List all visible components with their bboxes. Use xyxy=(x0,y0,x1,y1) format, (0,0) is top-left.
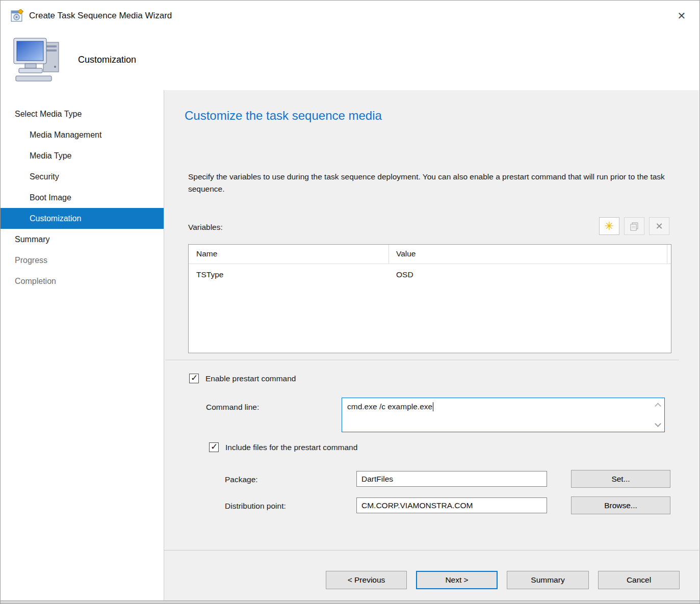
summary-button[interactable]: Summary xyxy=(507,571,589,589)
cancel-button[interactable]: Cancel xyxy=(598,571,680,589)
nav-progress: Progress xyxy=(1,250,164,271)
page-header-title: Customization xyxy=(78,55,136,65)
table-row[interactable]: TSType OSD xyxy=(189,264,671,281)
app-icon xyxy=(10,9,23,23)
variables-label: Variables: xyxy=(188,223,223,232)
properties-button[interactable] xyxy=(624,217,644,235)
nav-media-management[interactable]: Media Management xyxy=(1,124,164,145)
delete-icon: ✕ xyxy=(655,222,663,231)
new-variable-icon: ✳ xyxy=(605,221,614,232)
variables-table-header: Name Value xyxy=(189,245,671,264)
command-line-input[interactable]: cmd.exe /c example.exe xyxy=(342,398,665,432)
browse-button[interactable]: Browse... xyxy=(571,496,670,514)
package-label: Package: xyxy=(225,475,258,484)
nav-customization[interactable]: Customization xyxy=(1,208,164,229)
enable-prestart-label: Enable prestart command xyxy=(205,374,296,383)
window-bottom-edge xyxy=(1,600,699,603)
wizard-content: Customize the task sequence media Specif… xyxy=(164,90,699,600)
properties-icon xyxy=(630,222,639,231)
check-icon: ✓ xyxy=(191,373,198,383)
previous-button[interactable]: < Previous xyxy=(326,571,407,589)
nav-security[interactable]: Security xyxy=(1,166,164,187)
check-icon: ✓ xyxy=(211,441,218,452)
footer-divider xyxy=(164,550,699,550)
include-files-checkbox[interactable]: ✓ xyxy=(209,442,219,452)
next-button[interactable]: Next > xyxy=(416,571,498,589)
nav-summary[interactable]: Summary xyxy=(1,229,164,250)
variables-table: Name Value TSType OSD xyxy=(188,244,671,353)
computer-icon xyxy=(12,35,65,84)
command-line-scrollbar[interactable] xyxy=(653,399,663,431)
nav-media-type[interactable]: Media Type xyxy=(1,145,164,166)
include-files-row: ✓ Include files for the prestart command xyxy=(209,442,357,452)
enable-prestart-row: ✓ Enable prestart command xyxy=(189,374,296,383)
column-header-value[interactable]: Value xyxy=(396,249,416,258)
variables-toolbar: ✳ ✕ xyxy=(599,217,669,235)
window-title: Create Task Sequence Media Wizard xyxy=(29,11,172,21)
scroll-down-icon[interactable] xyxy=(655,421,661,427)
variable-value-cell: OSD xyxy=(396,270,413,279)
column-separator xyxy=(667,245,667,264)
variable-name-cell: TSType xyxy=(196,270,223,279)
scroll-up-icon[interactable] xyxy=(655,403,661,409)
distribution-point-label: Distribution point: xyxy=(225,502,286,511)
title-bar: Create Task Sequence Media Wizard ✕ xyxy=(1,1,699,31)
page-description: Specify the variables to use during the … xyxy=(188,171,665,195)
column-separator xyxy=(388,245,389,264)
set-button[interactable]: Set... xyxy=(571,470,670,488)
close-icon[interactable]: ✕ xyxy=(673,7,690,24)
wizard-window: Create Task Sequence Media Wizard ✕ Cust… xyxy=(0,0,700,604)
command-line-label: Command line: xyxy=(206,403,259,412)
package-field[interactable] xyxy=(356,471,547,487)
new-variable-button[interactable]: ✳ xyxy=(599,217,619,235)
distribution-point-field[interactable] xyxy=(356,497,547,513)
delete-variable-button[interactable]: ✕ xyxy=(649,217,669,235)
enable-prestart-checkbox[interactable]: ✓ xyxy=(189,374,199,383)
nav-select-media-type[interactable]: Select Media Type xyxy=(1,103,164,124)
wizard-header: Customization xyxy=(1,31,699,90)
section-divider xyxy=(165,360,679,361)
column-header-name[interactable]: Name xyxy=(196,249,217,258)
page-title: Customize the task sequence media xyxy=(185,109,382,123)
text-caret xyxy=(433,402,433,411)
nav-completion: Completion xyxy=(1,271,164,292)
include-files-label: Include files for the prestart command xyxy=(225,443,357,452)
command-line-value: cmd.exe /c example.exe xyxy=(347,402,432,411)
wizard-nav: Select Media Type Media Management Media… xyxy=(1,90,164,600)
nav-boot-image[interactable]: Boot Image xyxy=(1,187,164,208)
